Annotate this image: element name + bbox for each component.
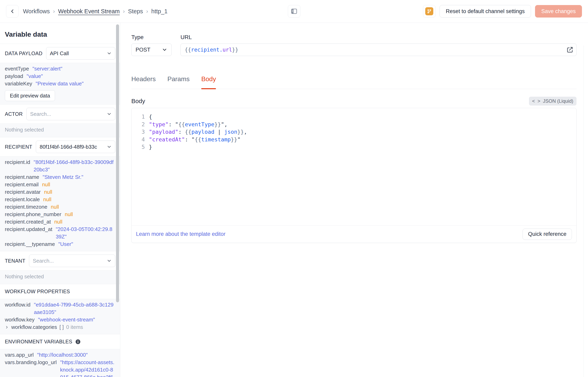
template-editor-docs-link[interactable]: Learn more about the template editor (136, 231, 225, 237)
actor-row: ACTOR Search... (0, 105, 120, 123)
variable-key: recipient.id (5, 158, 30, 166)
variable-value: "value" (27, 72, 43, 80)
url-input[interactable]: {{recipient.url}} (180, 44, 576, 56)
chevron-down-icon (106, 258, 112, 263)
line-number: 3 (131, 128, 149, 136)
step-editor-main: Type POST URL {{recipient.url}} (120, 23, 588, 377)
tenant-placeholder: Search... (33, 258, 54, 264)
url-value: {{recipient.url}} (185, 47, 238, 53)
actor-placeholder: Search... (30, 111, 51, 117)
breadcrumb-item-steps[interactable]: Steps (128, 8, 143, 15)
recipient-label: RECIPIENT (5, 144, 32, 150)
topbar-actions: Reset to default channel settings Save c… (423, 5, 582, 18)
code-line: 3"payload": {{payload | json}}, (131, 128, 576, 136)
code-token: : (185, 136, 192, 142)
sidebar-toggle-button[interactable] (288, 5, 300, 18)
code-token: {{ (185, 129, 192, 135)
recipient-select[interactable]: 80f1f4bf-166d-48f9-b33c (36, 141, 115, 153)
code-token: "type" (149, 121, 169, 128)
variable-key: recipient.timezone (5, 203, 47, 211)
chevron-down-icon (162, 47, 167, 53)
variable-row: recipient.avatarnull (5, 188, 115, 196)
variable-row: recipient.phone_numbernull (5, 211, 115, 218)
variable-value: null (51, 203, 59, 211)
variable-value: null (54, 218, 62, 225)
sidebar-title: Variable data (0, 23, 120, 44)
variable-row: eventType"server:alert" (5, 65, 115, 72)
code-token: "createdAt" (149, 136, 185, 142)
variable-row: recipient.__typename"User" (5, 240, 115, 248)
variable-key: vars.branding.logo_url (5, 359, 57, 366)
tab-body[interactable]: Body (201, 75, 216, 89)
sidebar-scrollbar[interactable] (116, 24, 119, 302)
variable-value: null (65, 211, 73, 218)
tenant-empty-state: Nothing selected (0, 270, 120, 284)
line-number: 2 (131, 121, 149, 128)
variable-key: vars.app_url (5, 351, 34, 359)
data-payload-label: DATA PAYLOAD (5, 50, 43, 56)
actor-label: ACTOR (5, 111, 23, 117)
tab-headers[interactable]: Headers (131, 75, 156, 89)
language-badge: < > JSON (Liquid) (529, 97, 576, 106)
commit-changes-button[interactable] (423, 5, 435, 18)
url-label: URL (180, 34, 576, 40)
actor-select[interactable]: Search... (26, 108, 115, 120)
code-brackets-icon: < > (532, 98, 541, 104)
type-field: Type POST (131, 34, 172, 56)
recipient-row: RECIPIENT 80f1f4bf-166d-48f9-b33c (0, 137, 120, 156)
variable-value: "Preview data value" (36, 80, 83, 87)
workflow-categories-expander[interactable]: workflow.categories [ ] 0 items (5, 323, 115, 331)
code-token: " (237, 136, 241, 142)
workflow-categories-count: 0 items (66, 323, 83, 331)
recipient-preview: recipient.id"80f1f4bf-166d-48f9-b33c-390… (0, 156, 120, 251)
url-field: URL {{recipient.url}} (180, 34, 576, 56)
main-scroll-gutter[interactable] (584, 46, 588, 377)
code-line: 1{ (131, 113, 576, 121)
save-changes-button[interactable]: Save changes (535, 5, 582, 18)
variable-key: recipient.__typename (5, 240, 55, 248)
variable-row: variableKey"Preview data value" (5, 80, 115, 87)
tab-params[interactable]: Params (167, 75, 189, 89)
breadcrumb: Workflows›Webhook Event Stream›Steps›htt… (23, 8, 168, 15)
code-token: url (223, 47, 232, 53)
back-button[interactable] (6, 5, 19, 18)
line-number: 5 (131, 143, 149, 151)
breadcrumb-item-webhook-event-stream[interactable]: Webhook Event Stream (58, 8, 120, 15)
workflow-categories-bracket: [ ] (59, 323, 64, 331)
code-token: {{ (178, 121, 185, 128)
edit-preview-data-button[interactable]: Edit preview data (5, 90, 55, 101)
code-editor[interactable]: 1{2"type": "{{eventType}}",3"payload": {… (131, 108, 576, 225)
data-payload-row: DATA PAYLOAD API Call (0, 44, 120, 63)
variable-row: recipient.emailnull (5, 181, 115, 188)
variable-value: null (43, 196, 51, 203)
code-text: "type": "{{eventType}}", (149, 121, 227, 128)
code-token: { (149, 114, 152, 120)
actor-empty-state: Nothing selected (0, 123, 120, 137)
quick-reference-button[interactable]: Quick reference (523, 229, 572, 240)
app-window: Workflows›Webhook Event Stream›Steps›htt… (0, 0, 588, 377)
tenant-select[interactable]: Search... (29, 255, 115, 267)
code-text: } (149, 143, 152, 151)
reset-channel-settings-button[interactable]: Reset to default channel settings (440, 5, 531, 18)
variable-value: null (44, 188, 52, 196)
info-icon[interactable] (75, 339, 81, 345)
breadcrumb-item-workflows[interactable]: Workflows (23, 8, 50, 15)
code-line: 2"type": "{{eventType}}", (131, 121, 576, 128)
editor-footer: Learn more about the template editor Qui… (131, 225, 576, 243)
expand-editor-button[interactable] (567, 47, 573, 53)
breadcrumb-separator: › (146, 8, 148, 14)
code-token: : (169, 121, 175, 128)
variable-row: recipient.updated_at"2024-03-05T00:42:29… (5, 225, 115, 240)
workflow-properties-preview: workflow.id"e91ddae4-7f99-45cb-a688-3c12… (0, 299, 120, 334)
http-method-select[interactable]: POST (131, 44, 172, 56)
data-payload-select[interactable]: API Call (46, 47, 115, 60)
variable-key: recipient.name (5, 173, 39, 181)
workflow-properties-label: WORKFLOW PROPERTIES (5, 289, 70, 295)
template-editor: 1{2"type": "{{eventType}}",3"payload": {… (131, 108, 576, 243)
code-token: } (149, 144, 152, 150)
request-config-row: Type POST URL {{recipient.url}} (131, 34, 576, 56)
variable-row: vars.branding.logo_url"https://account-a… (5, 359, 115, 377)
variable-value: "http://localhost:3000" (37, 351, 88, 359)
code-token: }} (237, 129, 244, 135)
code-token: {{ (195, 136, 201, 142)
